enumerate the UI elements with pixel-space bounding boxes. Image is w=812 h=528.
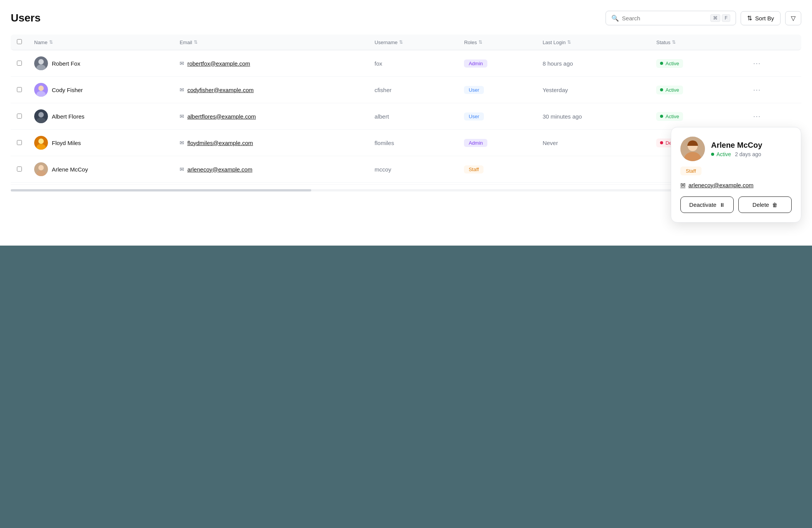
svg-point-10: [38, 139, 44, 144]
popup-email: ✉ arlenecoy@example.com: [680, 182, 792, 189]
role-badge-1: Admin: [464, 59, 487, 68]
email-link-5[interactable]: arlenecoy@example.com: [187, 166, 252, 173]
user-name-4: Floyd Miles: [52, 140, 81, 146]
row-last-login-3: 30 minutes ago: [536, 103, 650, 130]
email-link-1[interactable]: robertfox@example.com: [187, 60, 250, 67]
row-select-5[interactable]: [17, 167, 22, 172]
popup-user-info: Arlene McCoy Active 2 days ago: [711, 141, 762, 157]
col-email[interactable]: Email ⇅: [173, 35, 368, 50]
role-badge-5: Staff: [464, 165, 484, 173]
pause-icon: ⏸: [720, 202, 725, 208]
row-select-4[interactable]: [17, 140, 22, 145]
more-button-3[interactable]: ⋯: [750, 110, 764, 122]
email-icon-5: ✉: [180, 166, 184, 172]
row-more-2: ⋯: [744, 77, 801, 103]
popup-user-status: Active 2 days ago: [711, 151, 762, 157]
col-actions: [744, 35, 801, 50]
user-avatar-1: [34, 56, 48, 70]
row-select-1[interactable]: [17, 61, 22, 66]
sort-button[interactable]: ⇅ Sort By: [741, 11, 781, 25]
svg-point-7: [38, 112, 44, 117]
row-select-3[interactable]: [17, 114, 22, 119]
email-link-4[interactable]: floydmiles@example.com: [187, 140, 253, 146]
row-username-1: fox: [368, 50, 458, 77]
table-row: Albert Flores ✉ albertflores@example.com…: [11, 103, 801, 130]
delete-label: Delete: [753, 201, 769, 208]
page-header: Users 🔍 ⌘ F ⇅ Sort By ▽: [11, 11, 801, 25]
search-bar: 🔍 ⌘ F: [606, 11, 736, 25]
email-sort-icon: ⇅: [194, 40, 198, 45]
popup-email-address: arlenecoy@example.com: [688, 182, 753, 188]
row-name-5: Arlene McCoy: [28, 156, 173, 183]
row-select-2[interactable]: [17, 87, 22, 92]
sort-icon: ⇅: [747, 15, 752, 22]
row-name-2: Cody Fisher: [28, 77, 173, 103]
select-all-col: [11, 35, 28, 50]
header-actions: 🔍 ⌘ F ⇅ Sort By ▽: [606, 11, 801, 25]
email-icon-1: ✉: [180, 60, 184, 66]
row-role-4: Admin: [458, 130, 536, 156]
email-icon-2: ✉: [180, 87, 184, 93]
f-key: F: [722, 14, 730, 22]
page-title: Users: [11, 12, 41, 24]
popup-user-header: Arlene McCoy Active 2 days ago: [680, 137, 792, 161]
scrollbar-thumb: [11, 189, 311, 191]
cmd-key: ⌘: [710, 14, 720, 22]
select-all-checkbox[interactable]: [17, 39, 22, 44]
username-sort-icon: ⇅: [399, 40, 403, 45]
more-button-1[interactable]: ⋯: [750, 57, 764, 69]
user-name-3: Albert Flores: [52, 113, 84, 120]
row-email-5: ✉ arlenecoy@example.com: [173, 156, 368, 183]
row-email-4: ✉ floydmiles@example.com: [173, 130, 368, 156]
col-name[interactable]: Name ⇅: [28, 35, 173, 50]
row-checkbox-3: [11, 103, 28, 130]
role-badge-3: User: [464, 112, 484, 120]
col-username[interactable]: Username ⇅: [368, 35, 458, 50]
user-name-1: Robert Fox: [52, 60, 80, 67]
sort-label: Sort By: [755, 15, 774, 21]
row-last-login-1: 8 hours ago: [536, 50, 650, 77]
col-roles[interactable]: Roles ⇅: [458, 35, 536, 50]
popup-last-login: 2 days ago: [735, 151, 761, 157]
row-status-1: Active: [650, 50, 744, 77]
row-more-3: ⋯: [744, 103, 801, 130]
email-icon-3: ✉: [180, 113, 184, 119]
row-checkbox-4: [11, 130, 28, 156]
search-input[interactable]: [622, 15, 708, 21]
filter-button[interactable]: ▽: [785, 11, 801, 25]
last-login-sort-icon: ⇅: [567, 40, 571, 45]
deactivate-label: Deactivate: [689, 201, 716, 208]
search-shortcut: ⌘ F: [710, 14, 730, 22]
table-row: Robert Fox ✉ robertfox@example.com fox A…: [11, 50, 801, 77]
user-avatar-2: [34, 83, 48, 97]
col-last-login[interactable]: Last Login ⇅: [536, 35, 650, 50]
popup-avatar: [680, 137, 705, 161]
col-status[interactable]: Status ⇅: [650, 35, 744, 50]
email-icon: ✉: [680, 182, 685, 189]
name-sort-icon: ⇅: [49, 40, 53, 45]
popup-actions: Deactivate ⏸ Delete 🗑: [680, 196, 792, 213]
row-name-1: Robert Fox: [28, 50, 173, 77]
row-role-2: User: [458, 77, 536, 103]
row-name-3: Albert Flores: [28, 103, 173, 130]
more-button-2[interactable]: ⋯: [750, 84, 764, 96]
role-badge-4: Admin: [464, 139, 487, 147]
email-link-3[interactable]: albertflores@example.com: [187, 113, 256, 120]
row-checkbox-5: [11, 156, 28, 183]
row-role-1: Admin: [458, 50, 536, 77]
email-link-2[interactable]: codyfisher@example.com: [187, 87, 254, 93]
row-username-5: mccoy: [368, 156, 458, 183]
row-status-3: Active: [650, 103, 744, 130]
svg-point-4: [38, 86, 44, 91]
deactivate-button[interactable]: Deactivate ⏸: [680, 196, 734, 213]
row-more-1: ⋯: [744, 50, 801, 77]
user-name-2: Cody Fisher: [52, 87, 83, 93]
delete-button[interactable]: Delete 🗑: [738, 196, 792, 213]
row-last-login-5: [536, 156, 650, 183]
row-name-4: Floyd Miles: [28, 130, 173, 156]
row-last-login-2: Yesterday: [536, 77, 650, 103]
user-avatar-4: [34, 136, 48, 150]
row-email-3: ✉ albertflores@example.com: [173, 103, 368, 130]
row-role-3: User: [458, 103, 536, 130]
row-username-2: cfisher: [368, 77, 458, 103]
